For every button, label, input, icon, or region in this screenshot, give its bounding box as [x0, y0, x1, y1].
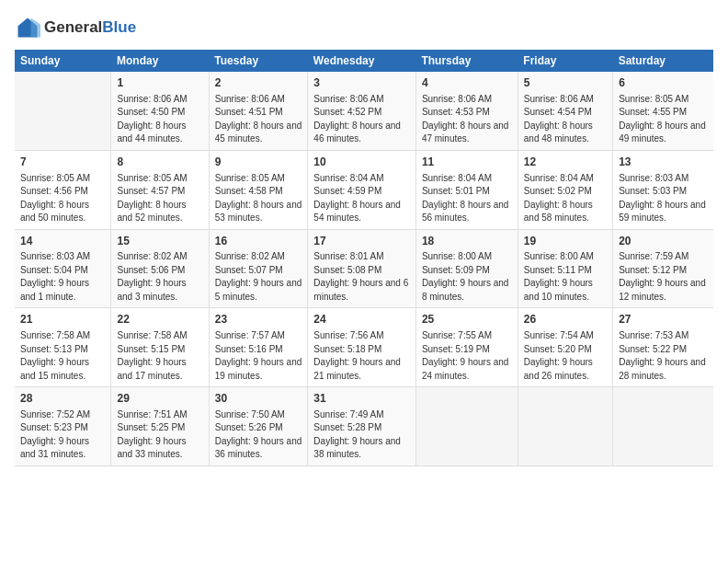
day-number: 2 — [215, 75, 302, 91]
logo-text: GeneralBlue — [44, 19, 136, 37]
header: GeneralBlue — [15, 15, 713, 40]
day-info: Sunrise: 7:53 AMSunset: 5:22 PMDaylight:… — [619, 329, 708, 383]
calendar-cell: 18Sunrise: 8:00 AMSunset: 5:09 PMDayligh… — [415, 229, 518, 308]
calendar-cell: 25Sunrise: 7:55 AMSunset: 5:19 PMDayligh… — [415, 308, 518, 387]
calendar-cell: 14Sunrise: 8:03 AMSunset: 5:04 PMDayligh… — [15, 229, 111, 308]
calendar-cell: 12Sunrise: 8:04 AMSunset: 5:02 PMDayligh… — [518, 150, 612, 229]
logo: GeneralBlue — [15, 15, 136, 40]
calendar-cell: 10Sunrise: 8:04 AMSunset: 4:59 PMDayligh… — [308, 150, 416, 229]
day-number: 4 — [422, 75, 512, 91]
day-info: Sunrise: 7:54 AMSunset: 5:20 PMDaylight:… — [524, 329, 607, 383]
day-number: 18 — [422, 234, 512, 249]
weekday-header-thursday: Thursday — [415, 50, 518, 72]
calendar-cell: 9Sunrise: 8:05 AMSunset: 4:58 PMDaylight… — [209, 150, 308, 229]
calendar-cell — [415, 387, 518, 466]
day-info: Sunrise: 8:05 AMSunset: 4:55 PMDaylight:… — [619, 93, 708, 146]
weekday-header-saturday: Saturday — [613, 50, 713, 72]
day-number: 13 — [619, 155, 708, 170]
calendar-cell: 26Sunrise: 7:54 AMSunset: 5:20 PMDayligh… — [518, 308, 612, 387]
day-info: Sunrise: 8:03 AMSunset: 5:03 PMDaylight:… — [619, 172, 708, 225]
day-info: Sunrise: 8:06 AMSunset: 4:53 PMDaylight:… — [422, 93, 512, 146]
calendar-cell: 7Sunrise: 8:05 AMSunset: 4:56 PMDaylight… — [15, 150, 111, 229]
day-number: 10 — [313, 155, 410, 170]
day-info: Sunrise: 8:02 AMSunset: 5:07 PMDaylight:… — [215, 250, 302, 304]
day-number: 24 — [313, 312, 410, 327]
day-info: Sunrise: 8:05 AMSunset: 4:57 PMDaylight:… — [117, 172, 202, 225]
day-number: 20 — [619, 234, 708, 249]
weekday-header-wednesday: Wednesday — [308, 50, 416, 72]
calendar-cell: 30Sunrise: 7:50 AMSunset: 5:26 PMDayligh… — [209, 387, 308, 466]
day-number: 31 — [313, 391, 410, 407]
page-container: GeneralBlue SundayMondayTuesdayWednesday… — [0, 0, 728, 563]
day-number: 9 — [215, 155, 302, 170]
calendar-cell: 1Sunrise: 8:06 AMSunset: 4:50 PMDaylight… — [111, 72, 209, 150]
calendar-cell: 20Sunrise: 7:59 AMSunset: 5:12 PMDayligh… — [613, 229, 713, 308]
day-info: Sunrise: 8:04 AMSunset: 5:02 PMDaylight:… — [524, 172, 607, 225]
day-number: 7 — [20, 155, 105, 170]
week-row-5: 28Sunrise: 7:52 AMSunset: 5:23 PMDayligh… — [15, 387, 713, 466]
calendar-cell — [518, 387, 612, 466]
calendar-cell: 3Sunrise: 8:06 AMSunset: 4:52 PMDaylight… — [308, 72, 416, 150]
weekday-header-tuesday: Tuesday — [209, 50, 308, 72]
day-number: 29 — [117, 391, 202, 407]
day-number: 14 — [20, 234, 105, 249]
day-info: Sunrise: 8:00 AMSunset: 5:11 PMDaylight:… — [524, 250, 607, 304]
calendar-cell: 29Sunrise: 7:51 AMSunset: 5:25 PMDayligh… — [111, 387, 209, 466]
week-row-4: 21Sunrise: 7:58 AMSunset: 5:13 PMDayligh… — [15, 308, 713, 387]
calendar-cell: 17Sunrise: 8:01 AMSunset: 5:08 PMDayligh… — [308, 229, 416, 308]
day-info: Sunrise: 7:50 AMSunset: 5:26 PMDaylight:… — [215, 408, 302, 462]
calendar-cell: 4Sunrise: 8:06 AMSunset: 4:53 PMDaylight… — [415, 72, 518, 150]
day-number: 1 — [117, 75, 202, 91]
day-number: 22 — [117, 312, 202, 327]
day-number: 17 — [313, 234, 410, 249]
calendar-cell: 28Sunrise: 7:52 AMSunset: 5:23 PMDayligh… — [15, 387, 111, 466]
day-number: 23 — [215, 312, 302, 327]
calendar-cell: 13Sunrise: 8:03 AMSunset: 5:03 PMDayligh… — [613, 150, 713, 229]
day-info: Sunrise: 8:06 AMSunset: 4:51 PMDaylight:… — [215, 93, 302, 146]
day-info: Sunrise: 8:00 AMSunset: 5:09 PMDaylight:… — [422, 250, 512, 304]
day-info: Sunrise: 8:02 AMSunset: 5:06 PMDaylight:… — [117, 250, 202, 304]
svg-marker-1 — [31, 18, 41, 38]
calendar-cell: 15Sunrise: 8:02 AMSunset: 5:06 PMDayligh… — [111, 229, 209, 308]
day-number: 21 — [20, 312, 105, 327]
day-info: Sunrise: 8:04 AMSunset: 4:59 PMDaylight:… — [313, 172, 410, 225]
day-info: Sunrise: 8:03 AMSunset: 5:04 PMDaylight:… — [20, 250, 105, 304]
calendar-cell: 27Sunrise: 7:53 AMSunset: 5:22 PMDayligh… — [613, 308, 713, 387]
day-number: 26 — [524, 312, 607, 327]
week-row-2: 7Sunrise: 8:05 AMSunset: 4:56 PMDaylight… — [15, 150, 713, 229]
calendar-cell: 19Sunrise: 8:00 AMSunset: 5:11 PMDayligh… — [518, 229, 612, 308]
day-info: Sunrise: 8:06 AMSunset: 4:52 PMDaylight:… — [313, 93, 410, 146]
calendar-cell: 6Sunrise: 8:05 AMSunset: 4:55 PMDaylight… — [613, 72, 713, 150]
day-number: 28 — [20, 391, 105, 407]
calendar-cell: 23Sunrise: 7:57 AMSunset: 5:16 PMDayligh… — [209, 308, 308, 387]
day-number: 27 — [619, 312, 708, 327]
day-number: 30 — [215, 391, 302, 407]
day-info: Sunrise: 8:05 AMSunset: 4:58 PMDaylight:… — [215, 172, 302, 225]
day-info: Sunrise: 7:55 AMSunset: 5:19 PMDaylight:… — [422, 329, 512, 383]
day-info: Sunrise: 7:58 AMSunset: 5:15 PMDaylight:… — [117, 329, 202, 383]
day-info: Sunrise: 8:04 AMSunset: 5:01 PMDaylight:… — [422, 172, 512, 225]
day-number: 16 — [215, 234, 302, 249]
logo-icon — [15, 15, 40, 40]
day-info: Sunrise: 7:51 AMSunset: 5:25 PMDaylight:… — [117, 408, 202, 462]
calendar-cell: 11Sunrise: 8:04 AMSunset: 5:01 PMDayligh… — [415, 150, 518, 229]
calendar-cell — [15, 72, 111, 150]
calendar-table: SundayMondayTuesdayWednesdayThursdayFrid… — [15, 50, 713, 466]
weekday-header-friday: Friday — [518, 50, 612, 72]
week-row-3: 14Sunrise: 8:03 AMSunset: 5:04 PMDayligh… — [15, 229, 713, 308]
weekday-header-monday: Monday — [111, 50, 209, 72]
calendar-cell: 31Sunrise: 7:49 AMSunset: 5:28 PMDayligh… — [308, 387, 416, 466]
day-number: 11 — [422, 155, 512, 170]
day-info: Sunrise: 8:05 AMSunset: 4:56 PMDaylight:… — [20, 172, 105, 225]
day-number: 19 — [524, 234, 607, 249]
weekday-header-sunday: Sunday — [15, 50, 111, 72]
calendar-cell: 24Sunrise: 7:56 AMSunset: 5:18 PMDayligh… — [308, 308, 416, 387]
calendar-cell: 8Sunrise: 8:05 AMSunset: 4:57 PMDaylight… — [111, 150, 209, 229]
calendar-cell: 16Sunrise: 8:02 AMSunset: 5:07 PMDayligh… — [209, 229, 308, 308]
day-info: Sunrise: 7:56 AMSunset: 5:18 PMDaylight:… — [313, 329, 410, 383]
day-info: Sunrise: 7:52 AMSunset: 5:23 PMDaylight:… — [20, 408, 105, 462]
day-number: 8 — [117, 155, 202, 170]
calendar-cell: 2Sunrise: 8:06 AMSunset: 4:51 PMDaylight… — [209, 72, 308, 150]
day-info: Sunrise: 7:49 AMSunset: 5:28 PMDaylight:… — [313, 408, 410, 462]
calendar-cell: 21Sunrise: 7:58 AMSunset: 5:13 PMDayligh… — [15, 308, 111, 387]
